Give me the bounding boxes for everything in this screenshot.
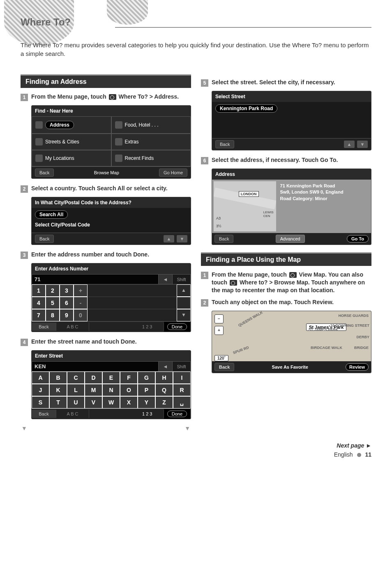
page-footer: English 11: [21, 451, 371, 458]
num-key-+[interactable]: +: [74, 284, 88, 297]
alpha-key-G[interactable]: G: [138, 372, 155, 384]
num-kb-spacer: [88, 284, 177, 297]
browse-map-canvas[interactable]: − + St James's Park QUEENS WALK ST JAMES…: [212, 311, 371, 373]
alpha-key-Y[interactable]: Y: [138, 396, 155, 409]
left-column: Finding an Address 1 From the Menu page,…: [21, 74, 191, 432]
save-favorite-button[interactable]: Save As Favorite: [234, 365, 346, 369]
num-key-1[interactable]: 1: [32, 284, 46, 297]
alpha-key-V[interactable]: V: [85, 396, 102, 409]
food-hotel-icon: [115, 121, 122, 129]
num-kb-123[interactable]: 1 2 3: [131, 323, 164, 331]
num-key-6[interactable]: 6: [60, 297, 74, 309]
num-kb-arrow-up-icon[interactable]: ▲: [177, 284, 191, 297]
alpha-key-Q[interactable]: Q: [155, 384, 173, 396]
alpha-kb-abc[interactable]: A B C: [56, 410, 89, 418]
recent-finds-cell[interactable]: Recent Finds: [111, 150, 191, 166]
alpha-key-L[interactable]: L: [67, 384, 85, 396]
alpha-key-D[interactable]: D: [85, 372, 102, 384]
alpha-key-M[interactable]: M: [85, 384, 102, 396]
mini-map[interactable]: LONDON A3 3½ LEWISCEN: [214, 181, 276, 231]
alpha-key-O[interactable]: O: [120, 384, 138, 396]
streets-icon: [35, 138, 43, 145]
street-result[interactable]: Kennington Park Road: [215, 104, 277, 113]
browse-back-button[interactable]: Back: [214, 363, 234, 371]
alpha-kb-done[interactable]: Done: [164, 409, 191, 419]
select-street-back[interactable]: Back: [215, 140, 234, 148]
num-kb-back[interactable]: Back: [32, 323, 56, 331]
review-button[interactable]: Review: [346, 363, 369, 371]
search-all-button[interactable]: Search All: [35, 210, 68, 219]
alpha-keyboard-screenshot: Enter Street KEN ◄ Shift ABCDEFGHIJKLMNO…: [31, 350, 191, 419]
alpha-kb-123[interactable]: 1 2 3: [131, 410, 164, 418]
select-city-row[interactable]: Select City/Postal Code: [35, 222, 90, 228]
num-key-9[interactable]: 9: [60, 309, 74, 321]
alpha-key-S[interactable]: S: [32, 396, 49, 409]
back-button[interactable]: Back: [35, 169, 54, 177]
address-number-input[interactable]: 71: [32, 275, 158, 284]
scroll-down-icon[interactable]: ▼: [177, 235, 187, 242]
num-key-8[interactable]: 8: [46, 309, 60, 321]
alpha-key-I[interactable]: I: [173, 372, 191, 384]
alpha-key-P[interactable]: P: [138, 384, 155, 396]
title-rule: [115, 27, 371, 28]
alpha-key-T[interactable]: T: [49, 396, 67, 409]
address-result-screenshot: Address LONDON A3 3½ LEWISCEN 71 Kenning…: [212, 169, 371, 245]
alpha-key-␣[interactable]: ␣: [173, 396, 191, 409]
my-locations-cell[interactable]: My Locations: [32, 150, 111, 166]
finding-address-header: Finding an Address: [21, 74, 191, 88]
find-near-here-screenshot: Find - Near Here Address Food, Hotel . .…: [31, 105, 191, 179]
shift-key[interactable]: Shift: [172, 275, 190, 284]
alpha-key-Z[interactable]: Z: [155, 396, 173, 409]
advanced-button[interactable]: Advanced: [276, 235, 305, 243]
alpha-key-W[interactable]: W: [102, 396, 120, 409]
star-icon: [35, 155, 43, 162]
zoom-in-button[interactable]: +: [214, 326, 224, 335]
alpha-key-N[interactable]: N: [102, 384, 120, 396]
streets-cities-cell[interactable]: Streets & Cities: [32, 134, 111, 150]
num-kb-abc[interactable]: A B C: [56, 323, 89, 331]
alpha-key-K[interactable]: K: [49, 384, 67, 396]
alpha-key-B[interactable]: B: [49, 372, 67, 384]
city-back-button[interactable]: Back: [35, 235, 54, 243]
alpha-key-X[interactable]: X: [120, 396, 138, 409]
num-kb-done[interactable]: Done: [164, 322, 191, 332]
zoom-out-button[interactable]: −: [214, 314, 224, 323]
alpha-key-H[interactable]: H: [155, 372, 173, 384]
addr-back-button[interactable]: Back: [214, 235, 233, 243]
num-key-0[interactable]: 0: [74, 309, 88, 321]
num-key-2[interactable]: 2: [46, 284, 60, 297]
city-select-screenshot: In What City/Postal Code is the Address?…: [31, 197, 191, 245]
num-key-3[interactable]: 3: [60, 284, 74, 297]
num-key-4[interactable]: 4: [32, 297, 46, 309]
next-page-label: Next page ►: [21, 442, 371, 449]
alpha-key-A[interactable]: A: [32, 372, 49, 384]
go-to-button[interactable]: Go To: [347, 235, 369, 242]
street-input[interactable]: KEN: [32, 362, 158, 371]
num-key-7[interactable]: 7: [32, 309, 46, 321]
street-scroll-down-icon[interactable]: ▼: [357, 141, 368, 148]
num-key-5[interactable]: 5: [46, 297, 60, 309]
extras-cell[interactable]: Extras: [111, 134, 191, 150]
alpha-key-E[interactable]: E: [102, 372, 120, 384]
alpha-key-R[interactable]: R: [173, 384, 191, 396]
alpha-key-F[interactable]: F: [120, 372, 138, 384]
alpha-key-U[interactable]: U: [67, 396, 85, 409]
alpha-key-C[interactable]: C: [67, 372, 85, 384]
num-key--[interactable]: -: [74, 297, 88, 309]
alpha-backspace-icon[interactable]: ◄: [158, 362, 172, 371]
alpha-key-grid: ABCDEFGHIJKLMNOPQRSTUVWXYZ␣: [32, 372, 191, 409]
backspace-icon[interactable]: ◄: [158, 275, 172, 284]
step-6-badge: 6: [201, 157, 208, 164]
address-icon: [35, 121, 43, 129]
address-cell[interactable]: Address: [32, 116, 111, 134]
alpha-kb-back[interactable]: Back: [32, 410, 56, 418]
num-kb-spacer: [88, 309, 177, 321]
alpha-shift-key[interactable]: Shift: [172, 362, 190, 371]
num-kb-arrow-down-icon[interactable]: ▼: [177, 309, 191, 321]
browse-map-button[interactable]: Browse Map: [94, 170, 119, 175]
food-hotel-cell[interactable]: Food, Hotel . . .: [111, 116, 191, 134]
alpha-key-J[interactable]: J: [32, 384, 49, 396]
scroll-up-icon[interactable]: ▲: [164, 235, 174, 242]
street-scroll-up-icon[interactable]: ▲: [344, 141, 355, 148]
go-home-button[interactable]: Go Home: [159, 169, 187, 177]
